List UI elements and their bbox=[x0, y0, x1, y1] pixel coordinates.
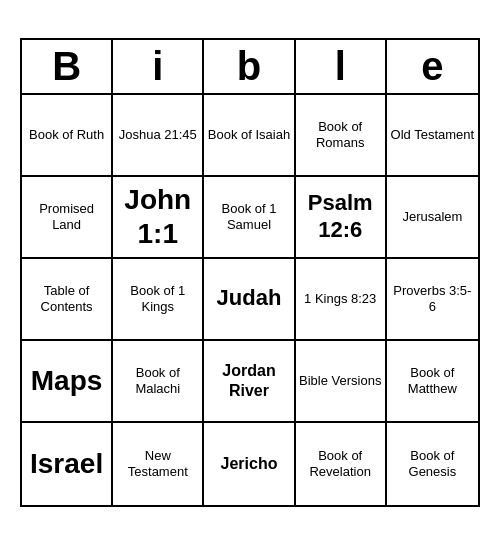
bingo-cell-8[interactable]: Psalm 12:6 bbox=[296, 177, 387, 259]
bingo-cell-14[interactable]: Proverbs 3:5-6 bbox=[387, 259, 478, 341]
bingo-cell-17[interactable]: Jordan River bbox=[204, 341, 295, 423]
bingo-cell-22[interactable]: Jericho bbox=[204, 423, 295, 505]
bingo-cell-13[interactable]: 1 Kings 8:23 bbox=[296, 259, 387, 341]
bingo-header: Bible bbox=[22, 40, 478, 95]
header-letter-l: l bbox=[296, 40, 387, 93]
header-letter-B: B bbox=[22, 40, 113, 93]
header-letter-i: i bbox=[113, 40, 204, 93]
bingo-cell-24[interactable]: Book of Genesis bbox=[387, 423, 478, 505]
bingo-cell-7[interactable]: Book of 1 Samuel bbox=[204, 177, 295, 259]
bingo-cell-19[interactable]: Book of Matthew bbox=[387, 341, 478, 423]
bingo-cell-10[interactable]: Table of Contents bbox=[22, 259, 113, 341]
bingo-cell-21[interactable]: New Testament bbox=[113, 423, 204, 505]
bingo-cell-5[interactable]: Promised Land bbox=[22, 177, 113, 259]
header-letter-e: e bbox=[387, 40, 478, 93]
bingo-grid: Book of RuthJoshua 21:45Book of IsaiahBo… bbox=[22, 95, 478, 505]
bingo-cell-11[interactable]: Book of 1 Kings bbox=[113, 259, 204, 341]
bingo-cell-15[interactable]: Maps bbox=[22, 341, 113, 423]
bingo-cell-12[interactable]: Judah bbox=[204, 259, 295, 341]
bingo-cell-2[interactable]: Book of Isaiah bbox=[204, 95, 295, 177]
bingo-cell-0[interactable]: Book of Ruth bbox=[22, 95, 113, 177]
bingo-cell-20[interactable]: Israel bbox=[22, 423, 113, 505]
bingo-cell-9[interactable]: Jerusalem bbox=[387, 177, 478, 259]
bingo-cell-16[interactable]: Book of Malachi bbox=[113, 341, 204, 423]
bingo-cell-1[interactable]: Joshua 21:45 bbox=[113, 95, 204, 177]
bingo-cell-3[interactable]: Book of Romans bbox=[296, 95, 387, 177]
bingo-cell-18[interactable]: Bible Versions bbox=[296, 341, 387, 423]
header-letter-b: b bbox=[204, 40, 295, 93]
bingo-cell-6[interactable]: John 1:1 bbox=[113, 177, 204, 259]
bingo-card: Bible Book of RuthJoshua 21:45Book of Is… bbox=[20, 38, 480, 507]
bingo-cell-23[interactable]: Book of Revelation bbox=[296, 423, 387, 505]
bingo-cell-4[interactable]: Old Testament bbox=[387, 95, 478, 177]
